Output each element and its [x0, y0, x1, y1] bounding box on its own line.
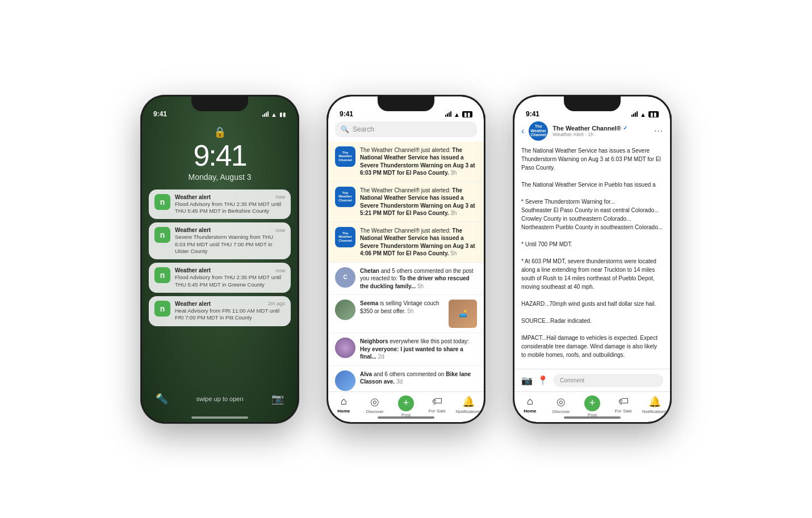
tab-home-3[interactable]: ⌂ Home	[514, 395, 546, 418]
neighbors-avatar	[335, 338, 355, 358]
lock-notif-3: n Weather alert now Flood Advisory from …	[149, 263, 291, 293]
tab-discover-label-3: Discover	[553, 409, 570, 414]
lock-notif-title-1: Weather alert	[175, 194, 211, 200]
tab-notifications-2[interactable]: 🔔 Notifications	[453, 395, 484, 418]
feed-list: TheWeatherChannel The Weather Channel® j…	[328, 142, 484, 391]
tab-discover-label-2: Discover	[366, 409, 384, 414]
detail-meta: Weather Alert · 1h	[553, 132, 649, 137]
comment-input[interactable]: Comment	[553, 374, 663, 387]
lock-notif-body-3: Flood Advisory from THU 2:35 PM MDT unti…	[175, 274, 285, 288]
detail-screen: 9:41 ▲ ▮▮	[514, 96, 670, 422]
detail-status-icons: ▲ ▮▮	[631, 111, 659, 118]
tab-forsale-2[interactable]: 🏷 For Sale	[421, 395, 453, 418]
chetan-avatar: C	[335, 267, 355, 288]
feed-item-seema[interactable]: Seema is selling Vintage couch $350 or b…	[328, 295, 484, 333]
feed-item-text-1: The Weather Channel® just alerted: The N…	[360, 146, 477, 177]
lock-notif-title-2: Weather alert	[175, 227, 211, 233]
battery-icon-2: ▮▮	[462, 111, 472, 117]
feed-item-chetan[interactable]: C Chetan and 5 others commented on the p…	[328, 263, 484, 296]
lock-notif-title-4: Weather alert	[175, 301, 211, 307]
signal-icon-3	[631, 111, 638, 118]
lock-notif-time-1: now	[275, 194, 285, 200]
feed-item-weather-1[interactable]: TheWeatherChannel The Weather Channel® j…	[328, 142, 484, 182]
tab-notifications-label-2: Notifications	[456, 409, 481, 414]
feed-item-alva[interactable]: Alva and 6 others commented on Bike lane…	[328, 366, 484, 391]
notifications-icon-2: 🔔	[462, 395, 475, 408]
lock-notif-icon-4: n	[154, 301, 170, 317]
lock-notifications-list: n Weather alert now Flood Advisory from …	[149, 189, 291, 326]
tab-discover-3[interactable]: ◎ Discover	[546, 395, 577, 418]
swipe-text: swipe up to open	[168, 395, 271, 402]
notifications-icon-3: 🔔	[648, 395, 661, 408]
feed-item-text-3: The Weather Channel® just alerted: The N…	[360, 227, 477, 258]
lock-status-time: 9:41	[153, 110, 167, 118]
location-comment-icon[interactable]: 📍	[537, 375, 549, 386]
phone-1: 9:41 ▲ ▮▮	[140, 95, 299, 424]
wifi-icon-1: ▲	[271, 111, 277, 118]
weather-avatar-1: TheWeatherChannel	[335, 146, 355, 167]
feed-item-text-seema: Seema is selling Vintage couch $350 or b…	[360, 300, 444, 315]
feed-search-bar[interactable]: 🔍 Search	[335, 121, 477, 137]
tab-post-3[interactable]: + Post	[577, 395, 608, 418]
feed-item-neighbors[interactable]: Neighbors everywhere like this post toda…	[328, 333, 484, 366]
lock-notif-body-1: Flood Advisory from THU 2:35 PM MDT unti…	[175, 201, 285, 215]
feed-item-text-alva: Alva and 6 others commented on Bike lane…	[360, 370, 477, 386]
battery-icon-1: ▮▮	[279, 111, 286, 117]
tab-forsale-label-3: For Sale	[615, 408, 632, 414]
lock-status-icons: ▲ ▮▮	[262, 111, 286, 118]
detail-channel-name: The Weather Channel® ✓	[553, 125, 649, 132]
home-indicator-2	[378, 416, 434, 419]
lock-notif-1: n Weather alert now Flood Advisory from …	[149, 189, 291, 220]
tab-post-2[interactable]: + Post	[391, 395, 422, 418]
post-icon-2: +	[398, 395, 414, 411]
lock-notif-time-3: now	[275, 268, 285, 273]
forsale-icon-2: 🏷	[432, 395, 442, 407]
feed-item-weather-2[interactable]: TheWeatherChannel The Weather Channel® j…	[328, 182, 484, 222]
tab-discover-2[interactable]: ◎ Discover	[359, 395, 391, 418]
signal-icon-2	[445, 111, 451, 118]
tab-home-label-3: Home	[524, 408, 536, 414]
tab-notifications-label-3: Notifications	[642, 409, 667, 414]
notch-3	[564, 96, 621, 111]
lock-notif-time-2: now	[275, 228, 285, 233]
detail-channel-avatar: TheWeatherChannel	[529, 121, 548, 141]
back-button[interactable]: ‹	[521, 126, 524, 136]
detail-content-text: The National Weather Service has issues …	[521, 146, 663, 359]
lock-notif-body-2: Severe Thunderstorm Warning from THU 6:0…	[175, 234, 285, 255]
battery-icon-3: ▮▮	[648, 111, 659, 117]
seema-couch-image: 🛋️	[449, 300, 477, 328]
phone-2: 9:41 ▲ ▮▮	[327, 95, 485, 424]
camera-comment-icon[interactable]: 📷	[521, 375, 533, 386]
notch-2	[378, 96, 434, 111]
tab-notifications-3[interactable]: 🔔 Notifications	[639, 395, 670, 418]
lock-notif-2: n Weather alert now Severe Thunderstorm …	[149, 222, 291, 259]
signal-icon-1	[262, 111, 269, 118]
feed-status-icons: ▲ ▮▮	[445, 111, 472, 118]
discover-icon-2: ◎	[370, 395, 379, 408]
feed-item-text-neighbors: Neighbors everywhere like this post toda…	[360, 338, 477, 361]
tab-home-2[interactable]: ⌂ Home	[328, 395, 359, 418]
lock-screen: 9:41 ▲ ▮▮	[142, 96, 298, 422]
lock-notif-icon-3: n	[154, 267, 170, 283]
more-options-icon[interactable]: ···	[654, 126, 663, 136]
lock-padlock-icon: 🔒	[142, 126, 298, 138]
phones-container: 9:41 ▲ ▮▮	[118, 72, 694, 447]
tab-forsale-label-2: For Sale	[429, 408, 446, 414]
feed-item-weather-3[interactable]: TheWeatherChannel The Weather Channel® j…	[328, 222, 484, 263]
camera-icon: 📷	[271, 393, 284, 405]
home-icon-3: ⌂	[527, 395, 533, 407]
lock-time-display: 9:41	[142, 141, 298, 170]
search-icon: 🔍	[341, 125, 349, 133]
discover-icon-3: ◎	[556, 395, 566, 408]
feed-item-text-2: The Weather Channel® just alerted: The N…	[360, 187, 477, 217]
tab-home-label-2: Home	[337, 408, 350, 414]
feed-item-text-chetan: Chetan and 5 others commented on the pos…	[360, 267, 477, 290]
verified-icon: ✓	[623, 125, 627, 131]
lock-notif-time-4: 2m ago	[268, 301, 285, 306]
weather-avatar-3: TheWeatherChannel	[335, 227, 355, 247]
alva-avatar	[335, 370, 355, 391]
detail-status-time: 9:41	[526, 110, 539, 118]
detail-body: The National Weather Service has issues …	[514, 146, 670, 369]
tab-forsale-3[interactable]: 🏷 For Sale	[608, 395, 639, 418]
post-icon-3: +	[584, 395, 600, 411]
